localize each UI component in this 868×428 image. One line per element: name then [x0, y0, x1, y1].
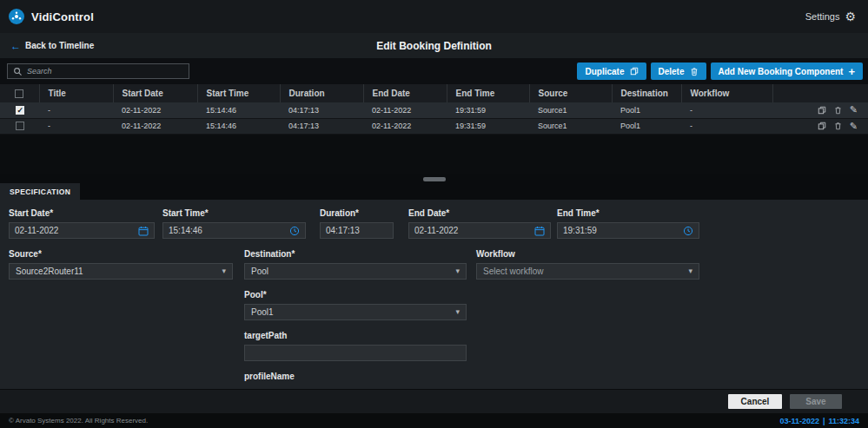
cell-title: -	[39, 118, 113, 134]
col-start-date: Start Date	[113, 84, 197, 102]
footer: © Arvato Systems 2022. All Rights Reserv…	[0, 413, 868, 428]
cell-start-date: 02-11-2022	[113, 102, 197, 118]
cell-source: Source1	[529, 118, 612, 134]
search-icon	[13, 67, 23, 76]
end-date-input[interactable]	[414, 226, 534, 235]
col-end-time: End Time	[447, 84, 529, 102]
duplicate-label: Duplicate	[585, 67, 624, 76]
settings-button[interactable]: Settings ⚙	[805, 10, 856, 23]
clock-icon[interactable]	[289, 226, 300, 236]
row-copy-icon[interactable]	[818, 122, 826, 130]
splitter	[0, 174, 868, 183]
add-label: Add New Booking Component	[719, 67, 844, 76]
row-trash-icon[interactable]	[834, 106, 842, 115]
col-duration: Duration	[280, 84, 363, 102]
chevron-down-icon: ▾	[222, 267, 226, 275]
copyright-text: © Arvato Systems 2022. All Rights Reserv…	[9, 417, 148, 425]
page-header: ← Back to Timeline Edit Booking Definiti…	[0, 33, 868, 58]
row-copy-icon[interactable]	[818, 106, 826, 115]
duration-input[interactable]	[326, 226, 388, 235]
row-trash-icon[interactable]	[834, 122, 842, 130]
destination-label: Destination*	[244, 249, 467, 260]
cell-end-date: 02-11-2022	[363, 118, 447, 134]
chevron-down-icon: ▾	[455, 267, 460, 275]
row-edit-icon[interactable]: ✎	[850, 105, 858, 115]
chevron-down-icon: ▾	[688, 267, 692, 275]
tab-bar: SPECIFICATION	[0, 183, 868, 200]
col-workflow: Workflow	[681, 84, 772, 102]
toolbar: Duplicate Delete Add New Booking Compone…	[0, 58, 868, 84]
select-all-checkbox[interactable]	[15, 89, 23, 98]
save-button[interactable]: Save	[790, 394, 842, 409]
table-row[interactable]: - 02-11-2022 15:14:46 04:17:13 02-11-202…	[0, 118, 868, 134]
form-actions: Cancel Save	[0, 389, 868, 413]
tab-specification[interactable]: SPECIFICATION	[0, 183, 80, 200]
clock-icon[interactable]	[683, 226, 693, 236]
duration-field	[320, 222, 394, 239]
calendar-icon[interactable]	[138, 226, 149, 236]
table-header-row: Title Start Date Start Time Duration End…	[0, 84, 868, 102]
start-time-input[interactable]	[169, 226, 289, 235]
cell-end-time: 19:31:59	[447, 118, 529, 134]
table-row[interactable]: - 02-11-2022 15:14:46 04:17:13 02-11-202…	[0, 102, 868, 118]
start-date-input[interactable]	[15, 226, 138, 235]
app-window: VidiControl Settings ⚙ ← Back to Timelin…	[0, 0, 868, 428]
workflow-value: Select workflow	[483, 267, 543, 276]
workflow-label: Workflow	[476, 249, 699, 260]
delete-button[interactable]: Delete	[651, 63, 706, 80]
cell-duration: 04:17:13	[280, 102, 363, 118]
destination-value: Pool	[251, 267, 268, 276]
pool-value: Pool1	[251, 307, 274, 317]
cell-destination: Pool1	[612, 102, 681, 118]
app-title: VidiControl	[31, 10, 94, 23]
add-new-booking-component-button[interactable]: Add New Booking Component +	[711, 63, 863, 80]
start-date-label: Start Date*	[9, 208, 155, 219]
chevron-down-icon: ▾	[455, 308, 460, 316]
row-checkbox[interactable]	[16, 106, 24, 115]
app-logo-icon	[9, 9, 24, 24]
search-input[interactable]	[27, 67, 183, 76]
topbar: VidiControl Settings ⚙	[0, 0, 868, 33]
col-start-time: Start Time	[197, 84, 280, 102]
gear-icon: ⚙	[845, 10, 856, 23]
footer-separator: |	[823, 417, 825, 425]
back-to-timeline-link[interactable]: ← Back to Timeline	[10, 41, 94, 51]
col-title: Title	[39, 84, 113, 102]
target-path-field	[244, 345, 467, 361]
cell-start-date: 02-11-2022	[113, 118, 197, 134]
calendar-icon[interactable]	[534, 226, 545, 236]
cell-source: Source1	[529, 102, 612, 118]
copy-icon	[630, 67, 639, 76]
start-date-field	[9, 222, 155, 239]
footer-date: 03-11-2022	[779, 417, 819, 425]
end-time-input[interactable]	[563, 226, 683, 235]
target-path-label: targetPath	[244, 331, 467, 341]
target-path-input[interactable]	[250, 348, 461, 358]
footer-datetime: 03-11-2022 | 11:32:34	[779, 417, 859, 425]
plus-icon: +	[848, 65, 855, 78]
row-checkbox[interactable]	[16, 122, 24, 130]
destination-dropdown[interactable]: Pool ▾	[244, 263, 467, 280]
pool-dropdown[interactable]: Pool1 ▾	[244, 304, 467, 320]
end-time-field	[557, 222, 699, 239]
footer-time: 11:32:34	[828, 417, 859, 425]
row-edit-icon[interactable]: ✎	[850, 122, 858, 131]
pool-label: Pool*	[244, 290, 467, 300]
cancel-button[interactable]: Cancel	[728, 394, 782, 409]
cell-duration: 04:17:13	[280, 118, 363, 134]
end-date-field	[408, 222, 551, 239]
page-title: Edit Booking Definition	[0, 40, 868, 52]
cell-start-time: 15:14:46	[197, 102, 280, 118]
splitter-handle[interactable]	[423, 177, 446, 181]
col-actions	[772, 84, 868, 102]
source-dropdown[interactable]: Source2Router11 ▾	[9, 263, 233, 280]
workflow-dropdown[interactable]: Select workflow ▾	[476, 263, 699, 280]
cell-end-time: 19:31:59	[447, 102, 529, 118]
col-source: Source	[529, 84, 612, 102]
duplicate-button[interactable]: Duplicate	[577, 63, 646, 80]
cell-end-date: 02-11-2022	[363, 102, 447, 118]
trash-icon	[690, 67, 699, 76]
back-label: Back to Timeline	[25, 41, 94, 50]
specification-panel: Start Date* Start Time* Duration*	[0, 200, 868, 389]
back-arrow-icon: ←	[10, 41, 21, 51]
